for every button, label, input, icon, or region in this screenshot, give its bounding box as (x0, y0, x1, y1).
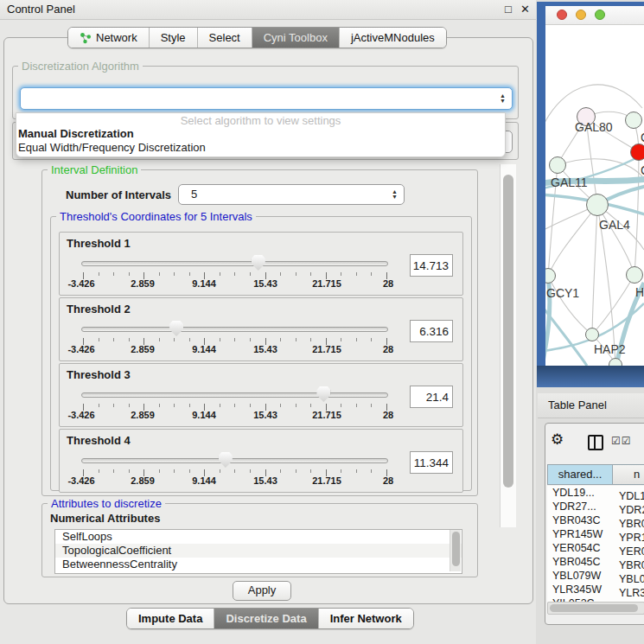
cell: YLR345W (547, 583, 616, 596)
slider-thumb[interactable] (169, 321, 183, 336)
tab-label: Network (96, 31, 137, 44)
table-row[interactable]: YPR145WYPR1 (547, 527, 644, 541)
scale-tick-label: 21.715 (312, 475, 341, 486)
list-item[interactable]: SelfLoops (55, 530, 462, 544)
tab-network[interactable]: Network (68, 28, 150, 48)
tab-jactivemnodules[interactable]: jActiveMNodules (340, 28, 446, 48)
threshold-slider[interactable] (81, 253, 388, 272)
node-label: HAP2 (594, 342, 626, 356)
tab-label: Style (161, 31, 186, 44)
threshold-slider[interactable] (81, 385, 388, 404)
cell: YBR045C (547, 555, 616, 569)
tab-discretize-data[interactable]: Discretize Data (214, 609, 318, 628)
table-panel-header: Table Panel (538, 393, 644, 418)
attributes-scrollbar-thumb[interactable] (452, 532, 460, 566)
table-row[interactable]: YBR045CYBR0 (547, 555, 644, 569)
tab-style[interactable]: Style (150, 28, 198, 48)
close-button[interactable] (557, 10, 567, 20)
tab-impute-data[interactable]: Impute Data (127, 609, 214, 628)
threshold-label: Threshold 2 (67, 303, 131, 316)
threshold-slider[interactable] (81, 450, 388, 469)
scale-tick-label: -3.426 (67, 278, 94, 289)
panel-scrollbar-thumb[interactable] (503, 175, 513, 488)
scale-tick-label: 9.144 (192, 344, 216, 354)
network-node[interactable] (625, 112, 642, 129)
combo-value: 5 (191, 188, 197, 201)
slider-thumb[interactable] (252, 255, 265, 271)
num-intervals-combobox[interactable]: 5 ▲▼ (178, 184, 405, 205)
scale-tick-label: 9.144 (192, 475, 216, 486)
slider-thumb[interactable] (316, 386, 330, 402)
zoom-button[interactable] (595, 10, 605, 20)
combo-arrows-icon: ▲▼ (392, 185, 398, 204)
scale-tick-label: 15.43 (253, 475, 277, 486)
tab-cyni-toolbox[interactable]: Cyni Toolbox (252, 28, 340, 48)
network-node[interactable] (585, 328, 599, 341)
table-row[interactable]: YER054CYER0 (547, 541, 644, 555)
table-hscrollbar[interactable] (547, 602, 644, 615)
network-node[interactable] (626, 266, 643, 284)
scale-tick-label: 28 (383, 475, 393, 486)
network-icon (80, 32, 92, 44)
scale-tick-label: -3.426 (67, 475, 94, 486)
network-node[interactable] (609, 358, 622, 366)
algorithm-combobox[interactable]: ▲▼ (20, 87, 513, 110)
table-row[interactable]: YDR27...YDR2 (547, 500, 644, 513)
column-layout-icon[interactable] (588, 435, 603, 450)
table-row[interactable]: YDL19...YDL1 (547, 486, 644, 500)
cell: YER054C (547, 541, 616, 555)
tab-select[interactable]: Select (198, 28, 252, 48)
select-columns-icon[interactable]: ☑☑ (611, 435, 632, 447)
dropdown-item-manual[interactable]: Manual Discretization (18, 127, 134, 140)
threshold-panel: Threshold 2 -3.426 2.859 9.144 15.43 21.… (59, 297, 463, 361)
table-hscrollbar-thumb[interactable] (550, 604, 638, 612)
network-window-titlebar[interactable] (545, 6, 644, 25)
combo-arrows-icon: ▲▼ (500, 88, 506, 109)
network-canvas[interactable]: GAL80GACGAL11GAL4GCY1HHAP2 (545, 25, 644, 366)
bottom-tab-bar: Impute Data Discretize Data Infer Networ… (126, 608, 414, 629)
tab-label: Impute Data (138, 612, 202, 625)
table-row[interactable]: YBR043CYBR0 (547, 513, 644, 527)
panel-scrollbar[interactable] (500, 164, 516, 527)
table-rows: YDL19...YDL1 YDR27...YDR2 YBR043CYBR0 YP… (547, 486, 644, 602)
network-node[interactable] (549, 156, 566, 174)
threshold-value-field[interactable]: 11.344 (410, 451, 453, 474)
slider-thumb[interactable] (219, 452, 233, 468)
group-title: Threshold's Coordinates for 5 Intervals (56, 210, 256, 223)
close-icon[interactable]: ✕ (520, 3, 530, 16)
numerical-attributes-list[interactable]: SelfLoops TopologicalCoefficient Between… (54, 529, 462, 574)
column-header-name[interactable]: n (613, 464, 644, 485)
threshold-value-field[interactable]: 6.316 (410, 320, 453, 342)
cell: YBR043C (547, 513, 616, 527)
gear-icon[interactable]: ⚙ (551, 430, 564, 449)
threshold-panel: Threshold 1 -3.426 2.859 9.144 15.43 21.… (59, 232, 463, 296)
scale-tick-label: -3.426 (67, 410, 94, 420)
list-item[interactable]: TopologicalCoefficient (55, 544, 462, 558)
threshold-panel: Threshold 4 -3.426 2.859 9.144 15.43 21.… (59, 429, 463, 493)
network-node[interactable] (586, 194, 609, 216)
node-label: GCY1 (546, 286, 579, 300)
threshold-slider[interactable] (81, 319, 388, 338)
column-header-shared-name[interactable]: shared... (547, 464, 613, 485)
list-item[interactable]: BetweennessCentrality (55, 558, 462, 571)
table-row[interactable]: YLR345WYLR3 (547, 583, 644, 596)
node-label: C (641, 163, 644, 177)
cell: YBL079W (547, 569, 616, 583)
table-row[interactable]: YBL079WYBL0 (547, 569, 644, 583)
scale-tick-label: 9.144 (192, 410, 216, 420)
network-node[interactable] (630, 143, 644, 161)
node-label: GAL4 (599, 218, 630, 232)
apply-button[interactable]: Apply (233, 581, 291, 601)
minimize-button[interactable] (576, 10, 586, 20)
threshold-value-field[interactable]: 21.4 (410, 386, 453, 408)
tab-infer-network[interactable]: Infer Network (319, 609, 413, 628)
group-title: Interval Definition (48, 163, 141, 176)
cell: YDR27... (547, 500, 616, 513)
numerical-attributes-label: Numerical Attributes (50, 512, 160, 525)
threshold-value-field[interactable]: 14.713 (410, 254, 453, 277)
float-window-icon[interactable]: □ (505, 3, 512, 16)
node-label: GAL11 (551, 175, 588, 189)
dropdown-item-equal-width[interactable]: Equal Width/Frequency Discretization (18, 141, 206, 154)
attributes-list-scrollbar[interactable] (450, 530, 461, 571)
cyni-toolbox-panel: Discretization Algorithm ▲▼ Table Data g… (3, 37, 533, 604)
